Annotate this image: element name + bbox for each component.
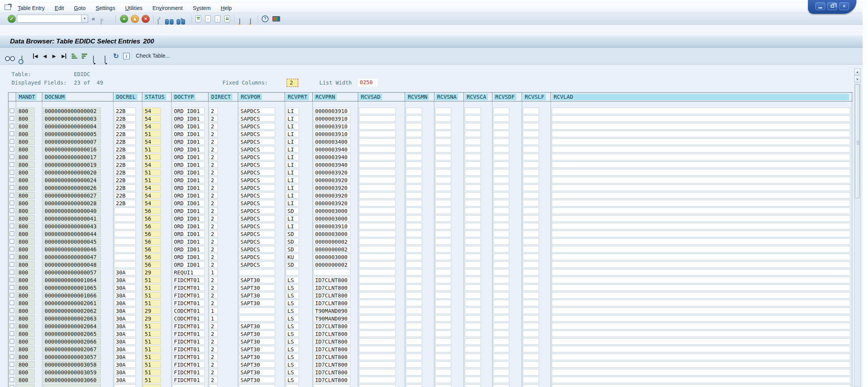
page-up-icon[interactable]: ↑ bbox=[205, 15, 211, 22]
last-entry-icon[interactable]: ▶ bbox=[62, 53, 66, 59]
column-header-rcvsad[interactable]: RCVSAD bbox=[358, 93, 405, 101]
column-header-rcvsdf[interactable]: RCVSDF bbox=[492, 93, 522, 101]
row-checkbox[interactable] bbox=[10, 270, 14, 274]
first-entry-icon[interactable]: ◀ bbox=[33, 53, 38, 59]
row-checkbox[interactable] bbox=[10, 354, 14, 359]
row-checkbox[interactable] bbox=[10, 377, 14, 382]
cell-mandt: 800 bbox=[16, 284, 42, 292]
exit-icon[interactable]: ▲ bbox=[131, 15, 139, 23]
row-checkbox[interactable] bbox=[10, 324, 14, 328]
row-checkbox[interactable] bbox=[10, 293, 14, 297]
cell-rcvsca bbox=[464, 322, 492, 330]
enter-icon[interactable]: ✓ bbox=[8, 15, 16, 23]
vertical-scrollbar[interactable]: ▲ ▼ bbox=[854, 68, 861, 387]
row-checkbox[interactable] bbox=[10, 131, 14, 136]
column-header-rcvlad[interactable]: RCVLAD bbox=[551, 93, 852, 101]
column-header-mandt[interactable]: MANDT bbox=[16, 93, 42, 101]
check-entries-icon[interactable] bbox=[22, 56, 22, 63]
close-button[interactable]: × bbox=[839, 2, 849, 10]
back-icon[interactable]: « bbox=[120, 15, 128, 23]
row-checkbox[interactable] bbox=[10, 154, 14, 159]
cell-value-rcvlad bbox=[552, 154, 850, 160]
row-checkbox[interactable] bbox=[10, 201, 14, 205]
row-checkbox[interactable] bbox=[10, 262, 14, 267]
row-checkbox[interactable] bbox=[10, 124, 14, 128]
column-header-docrel[interactable]: DOCREL bbox=[114, 93, 142, 101]
last-page-icon[interactable]: ⇊ bbox=[224, 15, 230, 22]
row-checkbox[interactable] bbox=[10, 331, 14, 336]
row-checkbox[interactable] bbox=[10, 308, 14, 313]
column-header-rcvsmn[interactable]: RCVSMN bbox=[405, 93, 434, 101]
info-icon[interactable]: i bbox=[123, 53, 130, 59]
row-checkbox[interactable] bbox=[10, 147, 14, 151]
column-header-rcvprn[interactable]: RCVPRN bbox=[313, 93, 358, 101]
row-checkbox[interactable] bbox=[10, 170, 14, 174]
cancel-icon[interactable]: × bbox=[142, 15, 150, 23]
customize-layout-icon[interactable] bbox=[272, 16, 280, 22]
row-checkbox[interactable] bbox=[10, 108, 14, 113]
command-input[interactable] bbox=[17, 15, 82, 23]
menu-item-edit[interactable]: Edit bbox=[55, 5, 64, 11]
gui-help-icon[interactable]: ? bbox=[262, 15, 269, 22]
row-checkbox[interactable] bbox=[10, 178, 14, 182]
column-header-rcvsna[interactable]: RCVSNA bbox=[434, 93, 464, 101]
column-header-status[interactable]: STATUS bbox=[142, 93, 172, 101]
column-header-rcvpor[interactable]: RCVPOR bbox=[238, 93, 285, 101]
column-header-docnum[interactable]: DOCNUM bbox=[42, 93, 114, 101]
sort-ascending-icon[interactable] bbox=[72, 53, 77, 58]
row-checkbox[interactable] bbox=[10, 208, 14, 213]
menu-item-system[interactable]: System bbox=[193, 5, 211, 11]
menu-item-table-entry[interactable]: Table Entry bbox=[18, 5, 45, 11]
row-checkbox[interactable] bbox=[10, 347, 14, 351]
column-header-doctyp[interactable]: DOCTYP bbox=[172, 93, 209, 101]
choose-fields-icon[interactable] bbox=[93, 56, 94, 63]
row-checkbox[interactable] bbox=[10, 162, 14, 167]
scroll-down-icon[interactable]: ▼ bbox=[854, 76, 861, 83]
row-checkbox[interactable] bbox=[10, 193, 14, 198]
row-checkbox[interactable] bbox=[10, 224, 14, 228]
menu-item-goto[interactable]: Goto bbox=[74, 5, 85, 11]
row-checkbox[interactable] bbox=[10, 362, 14, 367]
command-dropdown-icon[interactable]: ▼ bbox=[82, 15, 88, 23]
menu-item-environment[interactable]: Environment bbox=[152, 5, 183, 11]
sort-descending-icon[interactable] bbox=[82, 53, 87, 58]
row-checkbox[interactable] bbox=[10, 231, 14, 236]
menu-item-utilities[interactable]: Utilities bbox=[125, 5, 142, 11]
check-table-button[interactable]: Check Table... bbox=[134, 52, 172, 60]
collapse-chevron-icon[interactable]: « bbox=[92, 15, 95, 22]
next-entry-icon[interactable]: ▶ bbox=[52, 53, 56, 59]
scrollbar-track[interactable] bbox=[854, 84, 861, 387]
refresh-icon[interactable]: ↻ bbox=[113, 52, 119, 60]
restore-button[interactable] bbox=[827, 2, 837, 10]
row-checkbox[interactable] bbox=[10, 239, 14, 244]
row-checkbox[interactable] bbox=[10, 216, 14, 221]
row-checkbox[interactable] bbox=[10, 254, 14, 259]
row-checkbox[interactable] bbox=[10, 139, 14, 144]
scroll-up-icon[interactable]: ▲ bbox=[854, 68, 861, 75]
page-down-icon[interactable]: ↓ bbox=[215, 15, 220, 22]
filter-icon[interactable] bbox=[105, 56, 105, 63]
minimize-button[interactable] bbox=[815, 2, 825, 10]
system-menu-icon[interactable] bbox=[5, 5, 11, 10]
menu-item-settings[interactable]: Settings bbox=[96, 5, 115, 11]
row-checkbox[interactable] bbox=[10, 277, 14, 282]
previous-entry-icon[interactable]: ◀ bbox=[43, 53, 47, 59]
row-checkbox[interactable] bbox=[10, 339, 14, 344]
row-checkbox[interactable] bbox=[10, 316, 14, 321]
row-checkbox[interactable] bbox=[10, 247, 14, 251]
column-header-rcvprt[interactable]: RCVPRT bbox=[285, 93, 313, 101]
cell-value-rcvsmn bbox=[406, 138, 422, 145]
row-checkbox[interactable] bbox=[10, 370, 14, 374]
first-page-icon[interactable]: ⇈ bbox=[195, 15, 201, 22]
fixed-columns-field[interactable]: 2 bbox=[287, 79, 298, 87]
column-header-direct[interactable]: DIRECT bbox=[209, 93, 238, 101]
row-checkbox[interactable] bbox=[10, 301, 14, 305]
row-checkbox[interactable] bbox=[10, 285, 14, 290]
column-header-rcvsca[interactable]: RCVSCA bbox=[464, 93, 492, 101]
column-header-rcvslf[interactable]: RCVSLF bbox=[522, 93, 551, 101]
row-checkbox[interactable] bbox=[10, 385, 14, 387]
row-checkbox[interactable] bbox=[10, 116, 14, 121]
scrollbar-thumb[interactable] bbox=[855, 84, 860, 198]
menu-item-help[interactable]: Help bbox=[221, 5, 232, 11]
row-checkbox[interactable] bbox=[10, 185, 14, 190]
